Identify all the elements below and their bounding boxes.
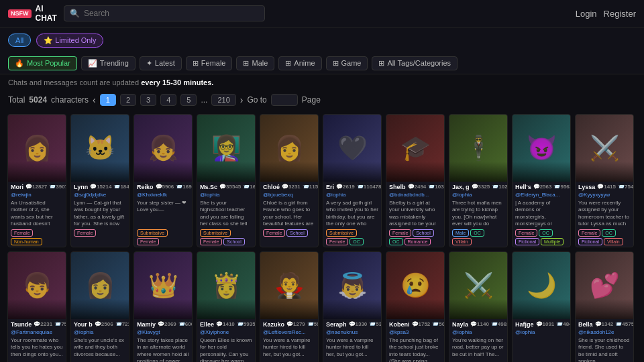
card-item[interactable]: 🧛 Kazuko 💬1279 📨59266 @LeftloversRec... … <box>260 251 319 362</box>
card-title: Kobeni 💬1752 📨50224 <box>386 319 444 328</box>
card-item[interactable]: ⚔️ Nayla 💬1140 📨49820 @iophia You're wal… <box>449 251 508 362</box>
card-author: @Kyyyxyyyw <box>576 191 633 198</box>
tags-icon: ⊞ <box>378 59 384 68</box>
card-item[interactable]: 👧 Reiko 💬5906 📨169424 @Khxknekfk Your st… <box>133 114 193 247</box>
page-last-btn[interactable]: 210 <box>211 94 235 106</box>
card-title: Mamiy 💬2069 📨60690 <box>134 319 192 328</box>
card-item[interactable]: 🖤 Eri 💬2619 📨110478 @iophia A very sad g… <box>323 114 382 247</box>
card-image: 😢 <box>386 252 444 319</box>
card-item[interactable]: 👸 Ellee 💬1410 📨59358 @Xiyiphone Queen El… <box>197 251 256 362</box>
card-description: Your step sister — ❤ Love you— <box>134 198 192 228</box>
page-4-btn[interactable]: 4 <box>160 94 176 106</box>
cards-grid: 👩 Mori 💬12827 📨390746 @reiwjin An Unsati… <box>0 109 644 362</box>
page-3-btn[interactable]: 3 <box>140 94 156 106</box>
card-tag: Submissive <box>200 229 231 237</box>
card-description: An Unsatisfied mother of 2, she wants se… <box>8 198 66 228</box>
card-item[interactable]: 💕 Bella 💬1342 📨45758 @nikasdoh12e She is… <box>575 251 634 362</box>
card-stats: 💬1342 📨45758 <box>595 321 633 327</box>
card-author: @reiwjin <box>8 191 66 198</box>
tag-anime[interactable]: ⊞ Anime <box>278 56 321 70</box>
card-title: Lyssa 💬1415 📨75426 <box>576 182 633 191</box>
card-author: @iophia <box>323 191 381 198</box>
msg-count: 📨169424 <box>176 184 192 190</box>
card-tags: FemaleSchoolOCRomance <box>386 228 444 247</box>
msg-count: 📨53160 <box>369 321 381 327</box>
card-title: Eri 💬2619 📨110478 <box>323 182 381 191</box>
card-name: Lyssa <box>578 184 595 190</box>
card-item[interactable]: 👑 Mamiy 💬2069 📨60690 @Kiavygt The story … <box>133 251 193 362</box>
card-image: 🌙 <box>513 252 570 319</box>
tag-male[interactable]: ⊞ Male <box>236 56 274 70</box>
card-tags: MaleOCVillain <box>449 228 507 247</box>
card-item[interactable]: 🕴 Jax, g 💬3325 📨102930 @iophia Three hot… <box>449 114 508 247</box>
card-name: Chloé <box>263 184 280 190</box>
card-image: 🧛 <box>260 252 318 319</box>
card-item[interactable]: 👦 Tsunde 💬2231 📨75126 @Fartmanequiae You… <box>7 251 66 362</box>
card-title: Chloé 💬3231 📨115380 <box>260 182 318 191</box>
card-name: Ellee <box>200 321 214 328</box>
card-item[interactable]: 👩 Mori 💬12827 📨390746 @reiwjin An Unsati… <box>7 114 66 247</box>
card-author: @naenuknus <box>323 328 381 336</box>
card-item[interactable]: ⚔️ Lyssa 💬1415 📨75426 @Kyyyxyyyw You wer… <box>575 114 634 247</box>
search-icon: 🔍 <box>70 9 80 18</box>
msg-count: 📨75426 <box>618 184 633 190</box>
search-bar[interactable]: 🔍 <box>64 5 265 21</box>
card-item[interactable]: 🐱 Lynn 💬15214 📨184244 @sqj0djdjdke Lynn … <box>70 114 129 247</box>
card-author: @Elderyn_Blaca... <box>513 191 570 198</box>
tag-trending[interactable]: 📈 Trending <box>81 56 136 70</box>
card-tag: Fictional <box>578 238 602 245</box>
card-image: 🐱 <box>71 115 129 182</box>
search-input[interactable] <box>84 9 259 18</box>
tag-most-popular[interactable]: 🔥 Most Popular <box>8 56 77 70</box>
login-link[interactable]: Login <box>576 9 597 19</box>
card-tag: OC <box>389 238 403 245</box>
card-author: @nikasdoh12e <box>576 328 633 336</box>
card-stats: 💬1330 📨53160 <box>349 321 381 327</box>
trending-icon: 📈 <box>88 59 97 68</box>
register-link[interactable]: Register <box>604 9 636 19</box>
chat-count: 💬2506 <box>95 321 113 327</box>
card-description: Queen Ellee is known for her cold person… <box>197 336 255 362</box>
card-author: @LeftloversRec... <box>260 328 318 336</box>
latest-icon: ✦ <box>146 59 152 68</box>
next-page-btn[interactable]: › <box>240 95 244 105</box>
chat-count: 💬5906 <box>156 184 174 190</box>
card-title: Lynn 💬15214 📨184244 <box>71 182 129 191</box>
card-description: She is your childhood friend. She used t… <box>576 336 633 362</box>
card-image: 👼 <box>323 252 381 319</box>
goto-input[interactable] <box>271 94 298 106</box>
card-name: Hell's <box>515 184 531 190</box>
card-item[interactable]: 🌙 Hafjge 💬1091 📨48486 @iophia <box>512 251 571 362</box>
card-description: She's your uncle's ex wife and they both… <box>71 336 129 362</box>
header-right: Login Register <box>576 9 636 19</box>
tag-game[interactable]: ⊞ Game <box>326 56 368 70</box>
card-author: @bdnadbdndb... <box>386 191 444 198</box>
goto-label: Go to <box>247 95 266 105</box>
card-image: 👑 <box>134 252 192 319</box>
card-tag: Female <box>578 229 600 237</box>
nsfw-badge: NSFW <box>8 9 32 18</box>
all-filter-btn[interactable]: All <box>8 34 31 47</box>
tag-female[interactable]: ⊞ Female <box>186 56 233 70</box>
card-item[interactable]: 👼 Seraph 💬1330 📨53160 @naenuknus You wer… <box>323 251 382 362</box>
card-stats: 💬3231 📨115380 <box>282 184 318 190</box>
prev-page-btn[interactable]: ‹ <box>93 95 96 105</box>
limited-filter-btn[interactable]: ⭐ Limited Only <box>36 34 103 48</box>
tag-latest[interactable]: ✦ Latest <box>140 56 182 70</box>
card-item[interactable]: 👩 Your b 💬2506 📨72130 @iophia She's your… <box>70 251 129 362</box>
chat-count: 💬2494 <box>408 184 427 190</box>
chat-count: 💬15214 <box>90 184 111 190</box>
chat-count: 💬2563 <box>533 184 552 190</box>
card-item[interactable]: 😈 Hell's 💬2563 📨95638 @Elderyn_Blaca... … <box>512 114 571 247</box>
page-1-btn[interactable]: 1 <box>100 94 116 106</box>
page-5-btn[interactable]: 5 <box>180 94 197 106</box>
card-item[interactable]: 🎓 Shelb 💬2494 📨103476 @bdnadbdndb... She… <box>386 114 445 247</box>
card-tag: OC <box>602 229 616 237</box>
card-item[interactable]: 👩‍🏫 Ms.Sc 💬35545 📨161714 @iophia She is … <box>197 114 256 247</box>
card-name: Kazuko <box>263 321 284 328</box>
card-tag: Submissive <box>326 229 357 237</box>
card-item[interactable]: 😢 Kobeni 💬1752 📨50224 @kpsa3 The punchin… <box>386 251 445 362</box>
card-item[interactable]: 👩 Chloé 💬3231 📨115380 @bjxuebexq Chloé i… <box>260 114 319 247</box>
tag-all-tags[interactable]: ⊞ All Tags/Categories <box>372 56 458 70</box>
page-2-btn[interactable]: 2 <box>120 94 136 106</box>
